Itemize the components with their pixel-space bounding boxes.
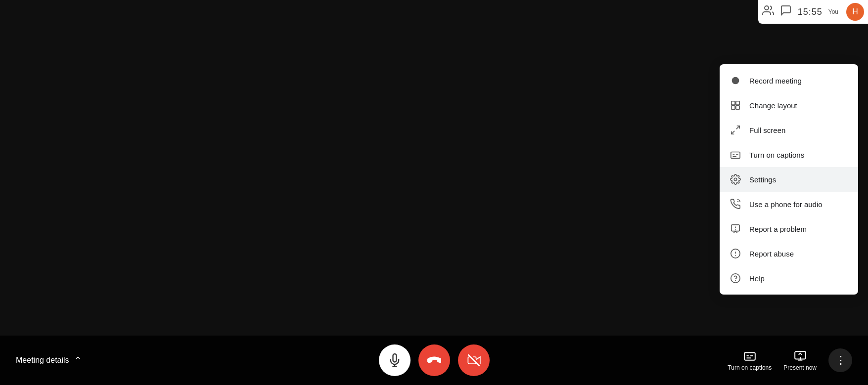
settings-icon	[730, 174, 741, 185]
svg-rect-24	[744, 353, 755, 360]
svg-line-23	[468, 354, 479, 366]
turn-on-captions-button[interactable]: Turn on captions	[728, 349, 772, 371]
meeting-time: 15:55	[798, 7, 822, 17]
menu-item-help[interactable]: Help	[720, 266, 858, 291]
report-abuse-icon	[730, 248, 741, 259]
svg-point-12	[734, 178, 737, 181]
svg-rect-4	[731, 106, 735, 109]
menu-label-settings: Settings	[749, 175, 776, 184]
report-problem-icon	[730, 223, 741, 234]
menu-label-help: Help	[749, 274, 765, 283]
svg-line-6	[736, 126, 739, 129]
fullscreen-icon	[730, 125, 741, 135]
chat-icon[interactable]	[780, 4, 792, 19]
menu-item-layout[interactable]: Change layout	[720, 93, 858, 118]
mic-button[interactable]	[379, 344, 411, 376]
svg-rect-2	[731, 101, 735, 105]
captions-icon	[730, 149, 741, 160]
chevron-up-icon: ⌃	[74, 355, 82, 366]
svg-rect-8	[731, 152, 740, 159]
layout-icon	[730, 100, 741, 111]
menu-item-settings[interactable]: Settings	[720, 167, 858, 192]
menu-item-report-abuse[interactable]: Report abuse	[720, 241, 858, 266]
svg-point-1	[732, 77, 739, 85]
menu-label-phone-audio: Use a phone for audio	[749, 200, 822, 209]
menu-label-fullscreen: Full screen	[749, 126, 785, 134]
svg-rect-5	[736, 106, 739, 109]
menu-item-phone-audio[interactable]: Use a phone for audio	[720, 192, 858, 216]
people-icon[interactable]	[762, 4, 774, 19]
you-label: You	[828, 8, 838, 15]
help-icon	[730, 273, 741, 284]
present-now-button[interactable]: Present now	[783, 349, 817, 371]
user-avatar-letter: H	[852, 7, 858, 16]
svg-rect-3	[736, 101, 739, 105]
menu-label-captions: Turn on captions	[749, 151, 804, 159]
menu-label-report-abuse: Report abuse	[749, 250, 794, 258]
camera-button[interactable]	[458, 344, 490, 376]
top-bar: 15:55 You H	[758, 0, 868, 24]
toolbar-right: Turn on captions Present now ⋮	[728, 348, 852, 372]
turn-on-captions-label: Turn on captions	[728, 364, 772, 371]
menu-label-record: Record meeting	[749, 77, 802, 85]
menu-item-captions[interactable]: Turn on captions	[720, 142, 858, 167]
menu-label-report-problem: Report a problem	[749, 225, 807, 233]
meeting-details-section[interactable]: Meeting details ⌃	[16, 355, 82, 366]
more-options-menu: Record meeting Change layout	[720, 64, 858, 295]
call-controls	[379, 344, 490, 376]
meeting-details-label: Meeting details	[16, 356, 69, 365]
main-video-area: H 15:55 You H	[0, 0, 868, 385]
phone-audio-icon	[730, 199, 741, 210]
svg-point-0	[765, 6, 769, 10]
more-dots-icon: ⋮	[835, 354, 846, 367]
svg-point-19	[731, 274, 740, 283]
menu-item-record[interactable]: Record meeting	[720, 68, 858, 93]
record-icon	[730, 75, 741, 86]
more-options-button[interactable]: ⋮	[828, 348, 852, 372]
present-now-label: Present now	[783, 364, 817, 371]
menu-label-layout: Change layout	[749, 101, 797, 110]
hangup-button[interactable]	[418, 344, 450, 376]
svg-line-7	[731, 131, 734, 134]
user-avatar[interactable]: H	[846, 3, 864, 21]
menu-item-fullscreen[interactable]: Full screen	[720, 118, 858, 142]
menu-item-report-problem[interactable]: Report a problem	[720, 216, 858, 241]
bottom-bar: Meeting details ⌃	[0, 336, 868, 385]
